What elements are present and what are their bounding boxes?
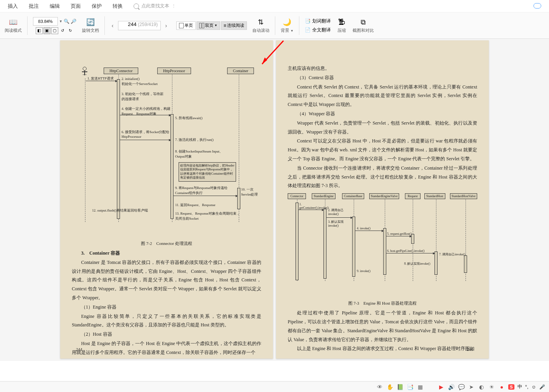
cloud-sync-icon[interactable] [533,3,541,9]
page-input[interactable]: (259/419) [118,21,161,30]
background-button[interactable]: 🌙 背景 ▼ [279,16,295,35]
para-container: Container 是 Tomcat 容器的父接口，所有子容器都必须实现这个接口… [72,258,261,302]
double-page-label: 双页 [205,23,214,28]
compress-icon: 🗜 [337,17,346,27]
para-context: Context 代表 Servlet 的 Context，它具备 Servlet… [288,83,477,109]
search-dropdown-icon[interactable]: ⋮ [172,3,175,9]
red-arrow-annotation [256,39,287,70]
next-page-button[interactable]: › [162,21,170,30]
notif-icon[interactable]: 💬 [458,383,465,390]
seq-msg-12: 12. output.flush()将结果返回给客户端 [92,208,148,213]
seq-request: Request [405,193,420,199]
document-viewer[interactable]: HttpConnector HttpProcessor Container 1.… [0,39,549,361]
seq-msg-3: 3. 初始化一个线程，等待新的连接请求 [122,92,164,102]
hand-tool-icon[interactable]: ✋ [386,383,393,390]
rotate-right-icon[interactable]: ↻ [67,27,74,34]
single-page-button[interactable]: 单页 [176,21,196,30]
full-translate-button[interactable]: 📄 全文翻译 [305,27,331,33]
grid-icon[interactable]: ▦ [417,383,424,390]
page-num-245: 245 [467,347,474,352]
zoom-in-icon[interactable]: 🔎 [71,19,76,24]
continuous-icon: ≡ [224,23,226,28]
translate-word-icon: 📑 [305,18,311,24]
volume-icon[interactable]: 🔊 [448,383,455,390]
sub-engine: （1）Engine 容器 [72,303,261,312]
fig-caption-72: 图 7-2 Connector 处理流程 [72,241,261,246]
prev-page-button[interactable]: ‹ [109,21,116,30]
page-total: (259/419) [138,22,158,27]
book-icon: 📖 [9,17,18,27]
rotate-icon: 🔄 [86,17,95,27]
zoom-out-icon[interactable]: 🔍 [64,19,69,24]
section-3-head: 3. Container 容器 [72,249,261,258]
actual-size-icon[interactable]: ▢ [51,27,58,34]
para-pipeline: 处理过程中使用了 Pipeline 原理。它是一个管道，Engine 和 Hos… [288,309,477,344]
toolbar: 📖 阅读模式 ▼ 🔍 🔎 ◧ ▣ ▢ ↺ ↻ 🔄 旋转文档 ‹ (259/419… [0,12,549,39]
double-page-icon [199,23,204,28]
sun-icon[interactable]: ☀ [488,383,495,390]
screenshot-compare-label: 截图和对比 [353,28,374,33]
ime-lang[interactable]: 中 [518,383,522,390]
menu-insert[interactable]: 插入 [8,3,18,10]
pages-icon[interactable]: 📑 [407,383,413,390]
auto-scroll-button[interactable]: ⇅ 自动滚动 [251,16,271,35]
seq-msg-2b: 初始化一个ServerSocket [122,82,158,87]
reading-mode-button[interactable]: 📖 阅读模式 [3,16,23,35]
seq-containerbase: ContainerBase [342,193,364,199]
seq-stdhost: StandardHost [424,193,445,199]
zoom-dropdown-icon[interactable]: ▼ [59,19,63,23]
rmsg-8: 8. 默认实现invoke() [404,262,430,266]
moon-icon: 🌙 [282,17,292,27]
ime-emoji-icon[interactable]: ☺ [532,384,536,390]
continuous-read-button[interactable]: ≡ 连续阅读 [221,21,247,30]
fit-width-icon[interactable]: ◧ [36,27,43,34]
book-view-icon[interactable]: 📗 [396,383,403,390]
cursor-icon[interactable]: ➤ [468,383,475,390]
page-right: 主机应该有的信息。 （3）Context 容器 Context 代表 Servl… [276,40,489,359]
eye-icon[interactable]: 👁 [376,383,383,390]
seq-stdenginevalve: StandardEngineValve [369,193,399,199]
seq-msg-2: 2. initialize() [122,77,139,81]
zoom-input[interactable] [33,17,58,26]
menu-page[interactable]: 页面 [71,3,81,10]
single-page-label: 单页 [184,23,193,28]
palette-icon[interactable]: ◐ [478,383,485,390]
translate-full-icon: 📄 [305,27,311,33]
sub-context: （3）Context 容器 [288,73,477,82]
double-page-button[interactable]: 双页 ▼ [196,21,220,30]
seq-connector: Connector [288,193,306,199]
continuous-label: 连续阅读 [227,23,244,28]
para-connector: 当 Connector 接收到一个连接请求时，将请求交给 Container，C… [288,164,477,190]
rotate-doc-button[interactable]: 🔄 旋转文档 [80,16,101,35]
page-number-field[interactable] [121,21,137,27]
word-translate-label: 划词翻译 [312,18,331,24]
ime-punct-icon[interactable]: °, [525,384,528,390]
background-label: 背景 ▼ [281,28,294,33]
screenshot-compare-button[interactable]: ⧉ 截图和对比 [351,16,375,35]
menu-edit[interactable]: 编辑 [50,3,60,10]
seq-msg-5: 5. 所有线程await() [175,116,202,121]
ime-mic-icon[interactable]: 🎤 [539,384,545,390]
rmsg-7: 7. 调用自己invoke() [439,252,466,257]
play-icon[interactable]: ▶ [438,383,445,390]
menu-annotate[interactable]: 批注 [29,3,39,10]
sogou-ime-icon[interactable]: S [508,384,514,390]
seq-httpprocessor: HttpProcessor [157,68,191,74]
para-context2: Context 可以定义在父容器 Host 中，Host 不是必需的，但是要运行… [288,137,477,163]
auto-scroll-label: 自动滚动 [252,28,269,33]
menu-convert[interactable]: 转换 [113,3,123,10]
word-translate-button[interactable]: 📑 划词翻译 [305,18,331,24]
rotate-left-icon[interactable]: ↺ [59,27,66,34]
sub-host: （2）Host 容器 [72,330,261,339]
search-box[interactable]: 点此查找文本 ⋮ [134,3,175,9]
seq-container: Container [227,68,254,74]
menu-protect[interactable]: 保护 [92,3,102,10]
compress-label: 压缩 [337,28,346,33]
seq-msg-9: 9. 将Request与Response对象传递给Container组件执行 [175,186,233,196]
para-summary: 以上是 Engine 和 Host 容器之间的请求交互过程，Context 和 … [288,344,477,353]
menubar: 插入 批注 编辑 页面 保护 转换 点此查找文本 ⋮ [0,0,549,12]
fit-page-icon[interactable]: ▣ [43,27,50,34]
search-placeholder: 点此查找文本 [141,3,169,9]
compress-button[interactable]: 🗜 压缩 [335,16,349,35]
record-icon[interactable]: ● [498,383,505,390]
